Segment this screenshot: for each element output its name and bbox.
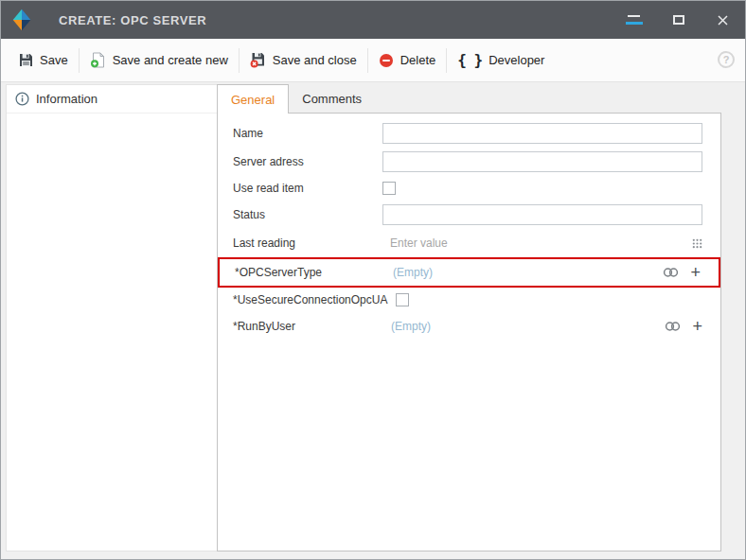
close-icon <box>717 14 729 26</box>
usesecureconnectionopcua-checkbox[interactable] <box>396 293 409 306</box>
form-row-name: Name <box>218 119 720 148</box>
minimize-icon <box>628 15 640 17</box>
save-and-create-new-button[interactable]: Save and create new <box>80 44 239 77</box>
server-adress-label: Server adress <box>233 155 382 168</box>
save-and-close-icon <box>250 52 266 68</box>
usesecureconnectionopcua-label: *UseSecureConnectionOpcUA <box>233 293 387 306</box>
sidebar-item-label: Information <box>36 92 98 106</box>
save-label: Save <box>40 53 68 67</box>
close-button[interactable] <box>701 1 745 39</box>
form-row-server-adress: Server adress <box>218 148 720 176</box>
form-row-usesecureconnectionopcua: *UseSecureConnectionOpcUA <box>218 288 720 312</box>
tab-comments[interactable]: Comments <box>289 84 375 113</box>
save-and-close-label: Save and close <box>273 53 357 67</box>
save-button[interactable]: Save <box>9 44 79 77</box>
sidebar: Information <box>6 84 217 551</box>
maximize-icon <box>673 15 684 25</box>
delete-label: Delete <box>400 53 436 67</box>
runbyuser-empty-value[interactable]: (Empty) <box>382 320 431 333</box>
window-controls <box>612 1 745 39</box>
developer-label: Developer <box>488 53 544 67</box>
delete-button[interactable]: Delete <box>368 44 447 77</box>
use-read-item-label: Use read item <box>233 182 382 195</box>
titlebar: CREATE: OPC SERVER <box>1 1 745 39</box>
link-icon[interactable] <box>665 321 681 332</box>
save-and-close-button[interactable]: Save and close <box>240 44 367 77</box>
status-input[interactable] <box>382 204 702 225</box>
add-icon[interactable]: + <box>690 266 701 279</box>
form-row-status: Status <box>218 201 720 229</box>
runbyuser-label: *RunByUser <box>233 320 382 333</box>
minimize-button[interactable] <box>612 1 656 39</box>
help-icon[interactable]: ? <box>718 51 735 68</box>
add-icon[interactable]: + <box>692 320 702 333</box>
form-row-runbyuser: *RunByUser (Empty) + <box>218 312 720 341</box>
maximize-button[interactable] <box>656 1 701 39</box>
main-panel: General Comments Name Server adress Use … <box>217 84 721 551</box>
general-tab-content: Name Server adress Use read item Status … <box>217 113 721 551</box>
form-row-opcservertype: *OPCServerType (Empty) + <box>218 257 720 288</box>
server-adress-input[interactable] <box>382 151 702 172</box>
developer-braces-icon: { } <box>457 51 482 69</box>
opcservertype-empty-value[interactable]: (Empty) <box>384 266 433 279</box>
developer-button[interactable]: { } Developer <box>447 44 555 77</box>
tab-bar: General Comments <box>217 84 721 113</box>
tab-general[interactable]: General <box>217 84 289 114</box>
form-row-last-reading: Last reading <box>218 229 720 257</box>
grid-picker-icon[interactable] <box>692 238 702 249</box>
form-row-use-read-item: Use read item <box>218 176 720 201</box>
link-icon[interactable] <box>663 267 679 278</box>
info-icon <box>15 92 29 106</box>
last-reading-input[interactable] <box>382 233 692 254</box>
window-title: CREATE: OPC SERVER <box>59 13 206 27</box>
save-icon <box>19 53 33 67</box>
name-label: Name <box>233 127 382 140</box>
name-input[interactable] <box>382 123 702 144</box>
delete-icon <box>379 53 394 68</box>
use-read-item-checkbox[interactable] <box>382 182 396 195</box>
opcservertype-label: *OPCServerType <box>235 266 384 279</box>
last-reading-label: Last reading <box>233 236 382 250</box>
status-label: Status <box>233 208 382 221</box>
toolbar: Save Save and create new Save and close <box>1 39 745 82</box>
sidebar-item-information[interactable]: Information <box>7 85 217 114</box>
create-opc-server-window: CREATE: OPC SERVER <box>0 0 746 560</box>
save-and-create-new-label: Save and create new <box>113 53 228 67</box>
app-logo-icon <box>9 8 34 32</box>
minimize-accent-bar <box>626 22 643 25</box>
save-and-create-new-icon <box>90 52 106 68</box>
